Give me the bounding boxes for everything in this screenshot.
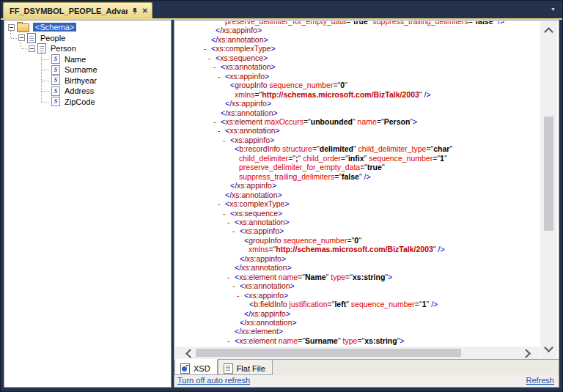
vertical-scrollbar[interactable] bbox=[540, 21, 557, 359]
collapse-dash-icon[interactable]: - bbox=[223, 136, 230, 144]
close-icon[interactable]: ✕ bbox=[142, 7, 148, 15]
code-line: </xs:appinfo> bbox=[175, 99, 540, 108]
xsd-doc-icon bbox=[180, 363, 190, 374]
tree-item-schema[interactable]: <Schema> bbox=[5, 22, 170, 33]
document-tab-title: FF_DSYMBOL_PEOPLE_Advance.xsd bbox=[10, 7, 128, 15]
collapse-dash-icon[interactable]: - bbox=[237, 291, 244, 300]
xsd-code-viewport[interactable]: preserve_delimiter_for_empty_data="true"… bbox=[175, 21, 540, 347]
folder-icon bbox=[17, 23, 29, 32]
horizontal-scrollbar-thumb[interactable] bbox=[196, 349, 461, 357]
code-line: </xs:annotation> bbox=[175, 108, 540, 117]
tree-item-label: Birthyear bbox=[65, 76, 97, 85]
tree-item-person[interactable]: Person bbox=[5, 43, 170, 54]
field-icon bbox=[51, 65, 60, 75]
tree-item-label: People bbox=[40, 34, 65, 42]
scroll-down-icon[interactable] bbox=[544, 343, 553, 352]
document-icon bbox=[37, 43, 46, 53]
collapse-dash-icon[interactable]: - bbox=[227, 218, 235, 226]
pin-icon[interactable] bbox=[131, 7, 139, 15]
code-line: </xs:annotation> bbox=[175, 35, 540, 44]
code-line: -<xs:sequence> bbox=[175, 53, 540, 62]
collapse-dash-icon[interactable]: - bbox=[213, 117, 221, 126]
code-line: -<xs:appinfo> bbox=[175, 226, 540, 235]
code-line: xmlns="http://schemas.microsoft.com/BizT… bbox=[175, 245, 540, 254]
collapse-dash-icon[interactable]: - bbox=[227, 336, 235, 345]
collapse-dash-icon[interactable]: - bbox=[232, 226, 240, 235]
xsd-code: preserve_delimiter_for_empty_data="true"… bbox=[175, 21, 540, 347]
collapse-dash-icon[interactable]: - bbox=[213, 62, 221, 71]
collapse-dash-icon[interactable]: - bbox=[223, 209, 230, 218]
schema-tree-panel: <Schema>PeoplePersonNameSurnameBirthyear… bbox=[4, 20, 172, 388]
horizontal-scrollbar[interactable] bbox=[175, 347, 540, 359]
collapse-dash-icon[interactable]: - bbox=[208, 53, 216, 62]
scroll-left-icon[interactable] bbox=[185, 349, 195, 358]
code-line: <b:fieldInfo justification="left" sequen… bbox=[175, 300, 540, 308]
expander-minus-icon[interactable] bbox=[18, 34, 25, 41]
field-icon bbox=[51, 86, 60, 96]
collapse-dash-icon[interactable]: - bbox=[218, 126, 225, 135]
tree-item-label: ZipCode bbox=[65, 97, 95, 106]
tree-connector bbox=[21, 48, 27, 49]
document-icon bbox=[27, 33, 36, 43]
code-line: </xs:element> bbox=[175, 327, 540, 336]
tree-connector bbox=[42, 81, 49, 81]
tree-connector bbox=[42, 59, 49, 60]
tree-connector bbox=[11, 38, 17, 39]
collapse-dash-icon[interactable]: - bbox=[204, 44, 211, 53]
flat-file-doc-icon bbox=[224, 363, 233, 374]
field-icon bbox=[51, 54, 60, 64]
collapse-dash-icon[interactable]: - bbox=[218, 199, 225, 208]
scroll-right-icon[interactable] bbox=[521, 349, 531, 358]
collapse-dash-icon[interactable]: - bbox=[218, 72, 225, 81]
code-line: </xs:annotation> bbox=[175, 263, 540, 272]
tree-item-name[interactable]: Name bbox=[5, 54, 170, 65]
tab-flat-file[interactable]: Flat File bbox=[218, 360, 273, 375]
tree-item-address[interactable]: Address bbox=[5, 86, 170, 97]
expander-minus-icon[interactable] bbox=[29, 45, 35, 52]
code-line: -<xs:appinfo> bbox=[175, 136, 540, 144]
collapse-dash-icon[interactable]: - bbox=[232, 281, 240, 290]
tree-item-surname[interactable]: Surname bbox=[5, 64, 170, 75]
code-line: -<xs:element maxOccurs="unbounded" name=… bbox=[175, 117, 540, 126]
code-line: -<xs:annotation> bbox=[175, 126, 540, 135]
code-line: child_delimiter=";" child_order="infix" … bbox=[175, 154, 540, 163]
field-icon bbox=[51, 75, 60, 85]
turn-off-auto-refresh-link[interactable]: Turn off auto refresh bbox=[177, 376, 250, 385]
tab-xsd[interactable]: XSD bbox=[174, 359, 218, 375]
refresh-link[interactable]: Refresh bbox=[526, 376, 554, 385]
schema-editor-window: FF_DSYMBOL_PEOPLE_Advance.xsd ✕ ▼ <Schem… bbox=[0, 0, 563, 392]
tree-item-label: Person bbox=[51, 44, 76, 53]
code-line: <b:recordInfo structure="delimited" chil… bbox=[175, 144, 540, 153]
tree-item-people[interactable]: People bbox=[5, 33, 170, 44]
xsd-code-panel: preserve_delimiter_for_empty_data="true"… bbox=[174, 20, 559, 360]
tab-xsd-label: XSD bbox=[194, 364, 210, 373]
vertical-scrollbar-thumb[interactable] bbox=[544, 117, 553, 231]
view-tab-bar: XSD Flat File bbox=[174, 360, 559, 375]
code-line: </xs:appinfo> bbox=[175, 181, 540, 190]
code-line: -<xs:complexType> bbox=[175, 199, 540, 208]
code-line: -<xs:appinfo> bbox=[175, 72, 540, 81]
tree-item-label: Name bbox=[65, 55, 86, 64]
code-line: -<xs:annotation> bbox=[175, 62, 540, 71]
code-line: -<xs:annotation> bbox=[175, 281, 540, 290]
code-line: </xs:annotation> bbox=[175, 191, 540, 199]
tree-item-label: Address bbox=[65, 86, 94, 95]
code-line: </xs:appinfo> bbox=[175, 309, 540, 318]
expander-minus-icon[interactable] bbox=[8, 24, 15, 31]
tab-flat-file-label: Flat File bbox=[237, 364, 265, 373]
code-line: -<xs:complexType> bbox=[175, 44, 540, 53]
code-line: -<xs:sequence> bbox=[175, 209, 540, 218]
tree-item-zipcode[interactable]: ZipCode bbox=[5, 97, 170, 108]
tree-connector bbox=[42, 91, 49, 92]
tree-item-label: <Schema> bbox=[33, 23, 76, 32]
document-tab[interactable]: FF_DSYMBOL_PEOPLE_Advance.xsd ✕ bbox=[3, 2, 152, 18]
tree-connector bbox=[42, 102, 49, 103]
open-files-dropdown-icon[interactable]: ▼ bbox=[551, 7, 556, 12]
tree-item-birthyear[interactable]: Birthyear bbox=[5, 75, 170, 86]
schema-tree: <Schema>PeoplePersonNameSurnameBirthyear… bbox=[5, 22, 170, 107]
scroll-up-icon[interactable] bbox=[544, 27, 553, 37]
collapse-dash-icon[interactable]: - bbox=[227, 273, 235, 281]
code-line: <groupInfo sequence_number="0" bbox=[175, 81, 540, 89]
tree-connector bbox=[10, 31, 11, 38]
code-line: -<xs:appinfo> bbox=[175, 291, 540, 300]
